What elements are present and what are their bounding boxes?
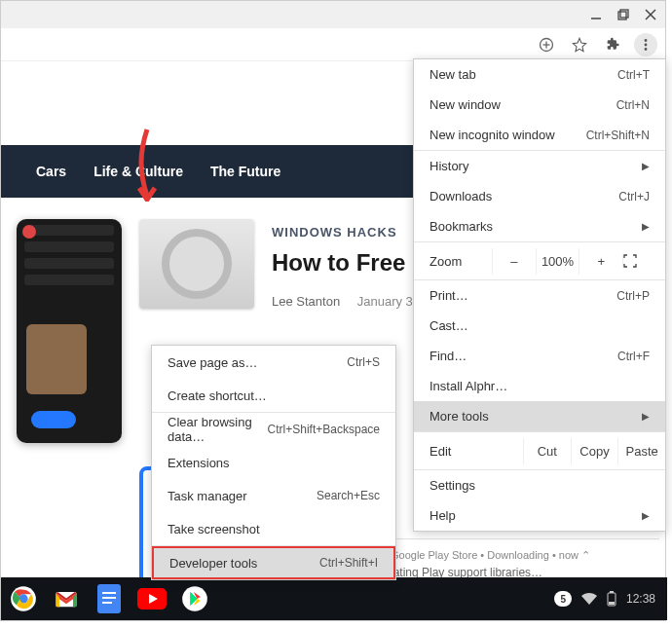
zoom-value: 100% [536,248,579,275]
menu-new-window[interactable]: New windowCtrl+N [414,90,665,120]
gmail-app-icon[interactable] [52,584,81,613]
menu-history[interactable]: History▶ [414,151,665,181]
notification-count-badge[interactable]: 5 [554,591,572,607]
svg-rect-2 [620,10,628,18]
submenu-task-manager[interactable]: Task managerSearch+Esc [152,479,395,512]
window-titlebar [1,1,665,28]
article-thumbnail[interactable] [139,219,254,309]
submenu-save-page[interactable]: Save page as…Ctrl+S [152,346,395,379]
menu-downloads[interactable]: DownloadsCtrl+J [414,181,665,211]
svg-rect-17 [102,602,112,604]
zoom-in-button[interactable]: + [579,248,622,275]
taskbar: 5 12:38 [1,577,667,620]
submenu-developer-tools[interactable]: Developer toolsCtrl+Shift+I [152,546,395,579]
menu-help[interactable]: Help▶ [414,500,665,531]
kebab-menu-icon[interactable] [634,33,657,56]
docs-app-icon[interactable] [94,584,124,613]
extensions-icon[interactable] [601,33,624,56]
submenu-clear-data[interactable]: Clear browsing data…Ctrl+Shift+Backspace [152,413,395,446]
edit-cut[interactable]: Cut [523,438,571,464]
notification-source: Google Play Store • Downloading • now ⌃ [391,549,646,562]
red-arrow-annotation [135,124,159,202]
star-icon[interactable] [568,33,591,56]
svg-point-12 [20,596,27,603]
nav-cars[interactable]: Cars [36,164,66,179]
svg-point-10 [645,48,648,51]
minimize-button[interactable] [589,8,603,21]
phone-screenshot [17,219,122,443]
menu-zoom-row: Zoom – 100% + [414,242,665,279]
menu-cast[interactable]: Cast… [414,311,665,341]
menu-edit-row: Edit Cut Copy Paste [414,432,665,469]
menu-bookmarks[interactable]: Bookmarks▶ [414,211,665,241]
nav-future[interactable]: The Future [210,164,280,179]
svg-rect-21 [610,591,614,593]
battery-icon[interactable] [607,591,616,607]
svg-point-8 [645,39,648,42]
menu-settings[interactable]: Settings [414,470,665,500]
svg-rect-16 [102,597,116,599]
close-button[interactable] [644,8,657,21]
play-store-app-icon[interactable] [180,584,209,613]
menu-print[interactable]: Print…Ctrl+P [414,280,665,311]
youtube-app-icon[interactable] [137,584,167,613]
article-author[interactable]: Lee Stanton [272,294,340,309]
chevron-right-icon: ▶ [642,221,650,232]
submenu-extensions[interactable]: Extensions [152,446,395,479]
wifi-icon[interactable] [581,593,597,605]
zoom-out-button[interactable]: – [492,248,536,275]
menu-new-incognito[interactable]: New incognito windowCtrl+Shift+N [414,120,665,150]
chrome-app-icon[interactable] [9,584,38,613]
submenu-screenshot[interactable]: Take screenshot [152,512,395,545]
svg-point-9 [645,43,648,46]
menu-find[interactable]: Find…Ctrl+F [414,341,665,371]
menu-more-tools[interactable]: More tools▶ [414,401,665,431]
menu-new-tab[interactable]: New tabCtrl+T [414,59,665,90]
edit-copy[interactable]: Copy [571,438,618,464]
menu-install-app[interactable]: Install Alphr… [414,371,665,401]
clock[interactable]: 12:38 [626,592,655,606]
fullscreen-icon[interactable] [622,254,657,268]
chevron-right-icon: ▶ [642,510,650,521]
more-tools-submenu: Save page as…Ctrl+S Create shortcut… Cle… [151,345,396,580]
chevron-right-icon: ▶ [642,161,650,171]
submenu-create-shortcut[interactable]: Create shortcut… [152,379,395,412]
chrome-main-menu: New tabCtrl+T New windowCtrl+N New incog… [413,58,666,532]
svg-rect-1 [618,12,626,19]
browser-toolbar [1,28,665,61]
svg-rect-22 [609,602,615,605]
chevron-right-icon: ▶ [642,411,650,422]
svg-rect-15 [102,592,116,594]
add-tab-icon[interactable] [535,33,558,56]
maximize-button[interactable] [616,8,630,21]
edit-paste[interactable]: Paste [617,438,665,464]
